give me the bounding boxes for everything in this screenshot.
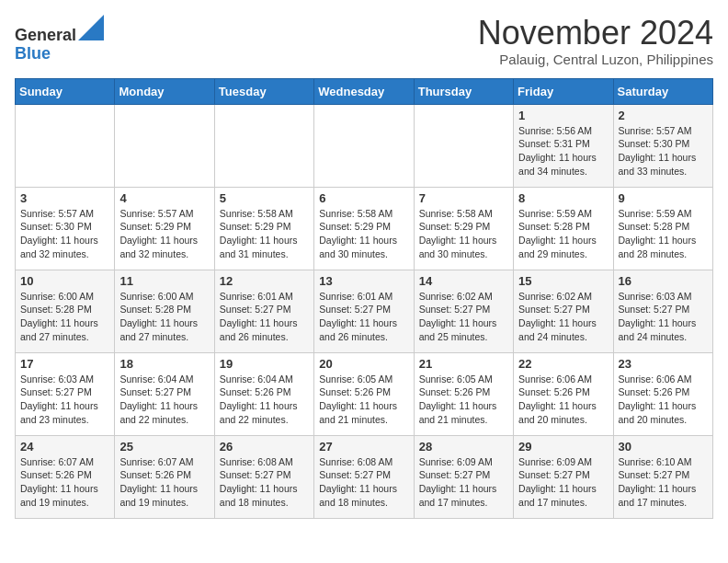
calendar-cell: 15Sunrise: 6:02 AMSunset: 5:27 PMDayligh… <box>514 270 613 352</box>
calendar-cell: 19Sunrise: 6:04 AMSunset: 5:26 PMDayligh… <box>214 352 313 435</box>
calendar-cell: 10Sunrise: 6:00 AMSunset: 5:28 PMDayligh… <box>16 270 115 352</box>
calendar-cell <box>414 104 513 187</box>
day-info: Sunrise: 5:57 AMSunset: 5:29 PMDaylight:… <box>119 207 209 261</box>
calendar-week-row: 10Sunrise: 6:00 AMSunset: 5:28 PMDayligh… <box>16 270 713 352</box>
day-info: Sunrise: 6:04 AMSunset: 5:26 PMDaylight:… <box>220 373 309 427</box>
day-number: 12 <box>220 274 309 288</box>
calendar-cell: 26Sunrise: 6:08 AMSunset: 5:27 PMDayligh… <box>214 435 313 518</box>
day-number: 26 <box>220 440 309 454</box>
calendar-cell: 20Sunrise: 6:05 AMSunset: 5:26 PMDayligh… <box>314 352 414 435</box>
calendar-cell: 21Sunrise: 6:05 AMSunset: 5:26 PMDayligh… <box>414 352 513 435</box>
calendar-week-row: 24Sunrise: 6:07 AMSunset: 5:26 PMDayligh… <box>16 435 713 518</box>
day-info: Sunrise: 6:08 AMSunset: 5:27 PMDaylight:… <box>220 455 309 510</box>
calendar-cell <box>214 104 313 187</box>
calendar-cell: 16Sunrise: 6:03 AMSunset: 5:27 PMDayligh… <box>613 270 712 352</box>
day-info: Sunrise: 6:01 AMSunset: 5:27 PMDaylight:… <box>319 290 408 344</box>
title-block: November 2024 Palauig, Central Luzon, Ph… <box>478 15 713 67</box>
calendar-cell: 9Sunrise: 5:59 AMSunset: 5:28 PMDaylight… <box>613 187 712 270</box>
day-info: Sunrise: 5:58 AMSunset: 5:29 PMDaylight:… <box>220 207 309 261</box>
page-header: General Blue November 2024 Palauig, Cent… <box>15 15 713 67</box>
calendar-cell: 1Sunrise: 5:56 AMSunset: 5:31 PMDaylight… <box>514 104 613 187</box>
calendar-cell: 5Sunrise: 5:58 AMSunset: 5:29 PMDaylight… <box>214 187 313 270</box>
day-info: Sunrise: 6:06 AMSunset: 5:26 PMDaylight:… <box>619 373 708 427</box>
calendar-week-row: 3Sunrise: 5:57 AMSunset: 5:30 PMDaylight… <box>16 187 713 270</box>
svg-marker-0 <box>78 15 104 40</box>
day-number: 29 <box>518 440 608 454</box>
day-number: 5 <box>220 191 309 205</box>
location: Palauig, Central Luzon, Philippines <box>478 52 713 67</box>
day-number: 21 <box>419 357 508 371</box>
day-info: Sunrise: 6:08 AMSunset: 5:27 PMDaylight:… <box>319 455 408 510</box>
day-info: Sunrise: 6:05 AMSunset: 5:26 PMDaylight:… <box>319 373 408 427</box>
day-info: Sunrise: 6:09 AMSunset: 5:27 PMDaylight:… <box>518 455 608 510</box>
calendar-table: SundayMondayTuesdayWednesdayThursdayFrid… <box>15 78 713 519</box>
day-info: Sunrise: 6:10 AMSunset: 5:27 PMDaylight:… <box>619 455 708 510</box>
day-info: Sunrise: 5:57 AMSunset: 5:30 PMDaylight:… <box>20 207 109 261</box>
day-info: Sunrise: 6:07 AMSunset: 5:26 PMDaylight:… <box>119 455 209 510</box>
day-info: Sunrise: 6:02 AMSunset: 5:27 PMDaylight:… <box>518 290 608 344</box>
day-number: 18 <box>119 357 209 371</box>
day-number: 28 <box>419 440 508 454</box>
calendar-cell: 23Sunrise: 6:06 AMSunset: 5:26 PMDayligh… <box>613 352 712 435</box>
day-info: Sunrise: 5:58 AMSunset: 5:29 PMDaylight:… <box>419 207 508 261</box>
calendar-cell: 13Sunrise: 6:01 AMSunset: 5:27 PMDayligh… <box>314 270 414 352</box>
day-number: 4 <box>119 191 209 205</box>
calendar-cell: 6Sunrise: 5:58 AMSunset: 5:29 PMDaylight… <box>314 187 414 270</box>
day-number: 8 <box>518 191 608 205</box>
calendar-header: SundayMondayTuesdayWednesdayThursdayFrid… <box>16 78 713 104</box>
day-info: Sunrise: 6:03 AMSunset: 5:27 PMDaylight:… <box>619 290 708 344</box>
day-number: 9 <box>619 191 708 205</box>
calendar-cell: 4Sunrise: 5:57 AMSunset: 5:29 PMDaylight… <box>115 187 214 270</box>
weekday-header: Thursday <box>414 78 513 104</box>
calendar-week-row: 1Sunrise: 5:56 AMSunset: 5:31 PMDaylight… <box>16 104 713 187</box>
calendar-cell: 17Sunrise: 6:03 AMSunset: 5:27 PMDayligh… <box>16 352 115 435</box>
calendar-cell: 3Sunrise: 5:57 AMSunset: 5:30 PMDaylight… <box>16 187 115 270</box>
calendar-week-row: 17Sunrise: 6:03 AMSunset: 5:27 PMDayligh… <box>16 352 713 435</box>
calendar-cell <box>16 104 115 187</box>
logo-icon <box>78 15 104 40</box>
day-number: 30 <box>619 440 708 454</box>
day-info: Sunrise: 6:06 AMSunset: 5:26 PMDaylight:… <box>518 373 608 427</box>
logo: General Blue <box>15 15 104 63</box>
day-info: Sunrise: 6:04 AMSunset: 5:27 PMDaylight:… <box>119 373 209 427</box>
day-number: 16 <box>619 274 708 288</box>
day-number: 6 <box>319 191 408 205</box>
day-info: Sunrise: 5:56 AMSunset: 5:31 PMDaylight:… <box>518 124 608 178</box>
weekday-header: Saturday <box>613 78 712 104</box>
day-number: 23 <box>619 357 708 371</box>
day-info: Sunrise: 5:57 AMSunset: 5:30 PMDaylight:… <box>619 124 708 178</box>
day-info: Sunrise: 6:03 AMSunset: 5:27 PMDaylight:… <box>20 373 109 427</box>
calendar-cell: 11Sunrise: 6:00 AMSunset: 5:28 PMDayligh… <box>115 270 214 352</box>
calendar-cell: 29Sunrise: 6:09 AMSunset: 5:27 PMDayligh… <box>514 435 613 518</box>
calendar-cell: 2Sunrise: 5:57 AMSunset: 5:30 PMDaylight… <box>613 104 712 187</box>
calendar-cell: 24Sunrise: 6:07 AMSunset: 5:26 PMDayligh… <box>16 435 115 518</box>
logo-blue: Blue <box>15 44 51 63</box>
day-info: Sunrise: 6:05 AMSunset: 5:26 PMDaylight:… <box>419 373 508 427</box>
day-number: 17 <box>20 357 109 371</box>
day-info: Sunrise: 6:00 AMSunset: 5:28 PMDaylight:… <box>119 290 209 344</box>
day-number: 20 <box>319 357 408 371</box>
calendar-cell: 14Sunrise: 6:02 AMSunset: 5:27 PMDayligh… <box>414 270 513 352</box>
day-info: Sunrise: 5:59 AMSunset: 5:28 PMDaylight:… <box>518 207 608 261</box>
day-number: 22 <box>518 357 608 371</box>
weekday-header: Tuesday <box>214 78 313 104</box>
calendar-cell: 22Sunrise: 6:06 AMSunset: 5:26 PMDayligh… <box>514 352 613 435</box>
month-title: November 2024 <box>478 15 713 52</box>
calendar-cell: 7Sunrise: 5:58 AMSunset: 5:29 PMDaylight… <box>414 187 513 270</box>
day-number: 1 <box>518 109 608 122</box>
day-info: Sunrise: 5:59 AMSunset: 5:28 PMDaylight:… <box>619 207 708 261</box>
day-number: 24 <box>20 440 109 454</box>
day-info: Sunrise: 6:09 AMSunset: 5:27 PMDaylight:… <box>419 455 508 510</box>
calendar-cell <box>314 104 414 187</box>
day-number: 14 <box>419 274 508 288</box>
day-number: 11 <box>119 274 209 288</box>
day-number: 25 <box>119 440 209 454</box>
day-info: Sunrise: 5:58 AMSunset: 5:29 PMDaylight:… <box>319 207 408 261</box>
calendar-cell: 30Sunrise: 6:10 AMSunset: 5:27 PMDayligh… <box>613 435 712 518</box>
calendar-cell: 18Sunrise: 6:04 AMSunset: 5:27 PMDayligh… <box>115 352 214 435</box>
weekday-header: Wednesday <box>314 78 414 104</box>
day-number: 13 <box>319 274 408 288</box>
calendar-cell: 28Sunrise: 6:09 AMSunset: 5:27 PMDayligh… <box>414 435 513 518</box>
day-number: 19 <box>220 357 309 371</box>
day-number: 27 <box>319 440 408 454</box>
